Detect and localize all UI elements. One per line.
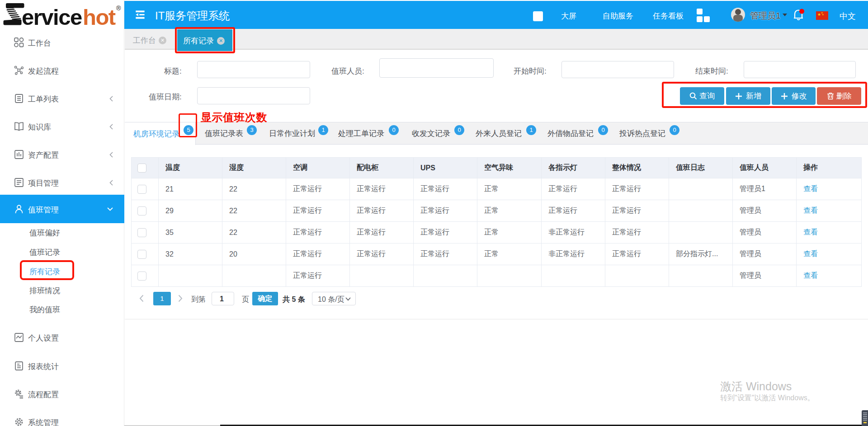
svg-text:ervice: ervice bbox=[22, 5, 82, 27]
svg-text:®: ® bbox=[116, 5, 121, 12]
svg-text:hot: hot bbox=[83, 5, 116, 27]
